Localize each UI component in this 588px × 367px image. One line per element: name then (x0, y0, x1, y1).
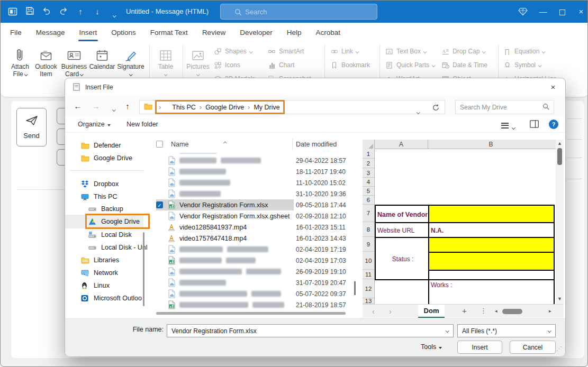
view-mode-dropdown-icon[interactable] (512, 123, 515, 130)
sidebar-item-libraries[interactable]: Libraries (81, 254, 119, 267)
tab-format-text[interactable]: Format Text (150, 29, 188, 36)
next-sheet-icon[interactable]: › (389, 307, 392, 316)
row-header-10[interactable]: 10 (363, 252, 374, 270)
back-icon[interactable]: ← (73, 102, 83, 111)
send-button[interactable]: Send (16, 108, 47, 146)
forward-icon[interactable]: → (91, 102, 101, 111)
outlook-item[interactable]: OutlookItem (33, 44, 59, 93)
sidebar-item-defender[interactable]: Defender (81, 139, 121, 152)
help-icon[interactable]: ? (549, 120, 558, 129)
row-header-12[interactable]: 12 (363, 279, 374, 298)
row-header-6[interactable]: 6 (363, 196, 374, 205)
row-header-13[interactable]: 13 (363, 298, 374, 304)
row-header-2[interactable]: 2 (363, 159, 374, 168)
tab-options[interactable]: Options (111, 29, 136, 36)
file-date: 02-04-2019 17:03 (296, 257, 346, 264)
dialog-search-input[interactable] (460, 104, 542, 111)
tab-insert[interactable]: Insert (79, 29, 97, 36)
file-name-combo[interactable] (167, 324, 454, 337)
row-header-11[interactable]: 11 (363, 270, 374, 279)
new-folder-button[interactable]: New folder (126, 121, 158, 128)
sidebar-scrollbar[interactable] (143, 232, 144, 306)
row-header-8[interactable]: 8 (363, 222, 374, 237)
column-header-a[interactable]: A (375, 140, 428, 149)
sheet-menu-icon[interactable]: ⋮ (480, 307, 487, 315)
scroll-up-icon[interactable]: ▲ (557, 141, 562, 146)
sheet-tab[interactable]: Dom (418, 305, 445, 318)
row-checkbox[interactable]: ✓ (156, 201, 163, 208)
row-header-4[interactable]: 4 (363, 178, 374, 187)
view-mode-icon[interactable] (501, 121, 509, 130)
file-name-input[interactable] (171, 327, 441, 335)
horizontal-scrollbar[interactable] (156, 312, 346, 315)
move-up-icon[interactable]: ↑ (75, 6, 86, 17)
sidebar-item-linux[interactable]: Linux (81, 279, 110, 292)
scroll-left-icon[interactable]: ◂ (495, 308, 497, 314)
undo-icon[interactable] (41, 6, 52, 17)
sidebar-item-google-drive[interactable]: Google Drive (81, 152, 132, 164)
monitor-icon (81, 194, 89, 200)
scroll-right-icon[interactable]: ▸ (549, 308, 551, 314)
refresh-icon[interactable] (432, 104, 440, 114)
move-down-icon[interactable]: ↓ (92, 6, 103, 17)
file-type-combo[interactable]: All Files (*.*) (457, 324, 556, 337)
add-sheet-icon[interactable]: + (462, 306, 467, 315)
organize-button[interactable]: Organize (78, 121, 111, 128)
select-all-corner[interactable] (368, 144, 373, 149)
svg-text:A: A (388, 49, 391, 54)
sidebar-item-dropbox[interactable]: Dropbox (81, 178, 119, 190)
address-dropdown-icon[interactable] (417, 106, 420, 115)
sidebar-item-microsoft-outloo[interactable]: Microsoft Outloo (81, 292, 142, 305)
customize-toolbar-icon[interactable] (108, 8, 120, 19)
column-header-name[interactable]: Name (171, 141, 188, 148)
tab-acrobat[interactable]: Acrobat (315, 29, 340, 36)
tab-message[interactable]: Message (36, 29, 65, 36)
column-header-date-modified[interactable]: Date modified (296, 141, 337, 148)
select-all-checkbox[interactable] (156, 141, 163, 148)
up-icon[interactable]: ↑ (122, 102, 133, 111)
scroll-down-icon[interactable]: ▼ (557, 296, 562, 301)
row-header-5[interactable]: 5 (363, 187, 374, 196)
cell-a8: Website URL (375, 222, 428, 237)
tab-review[interactable]: Review (202, 29, 225, 36)
diamond-icon[interactable] (517, 7, 529, 18)
maximize-button[interactable] (556, 7, 568, 18)
bookmark-icon (331, 62, 338, 69)
titlebar: ↑ ↓ Untitled - Message (HTML) — × (1, 1, 588, 23)
vlc-icon (168, 235, 176, 242)
prev-sheet-icon[interactable]: ‹ (372, 307, 375, 316)
resize-grip[interactable]: ⋰ (556, 345, 562, 352)
attach-file[interactable]: AttachFile (8, 44, 32, 93)
sidebar-item-local-disk-unl[interactable]: Local Disk - Unl (88, 241, 148, 254)
search-input[interactable] (245, 8, 367, 16)
vertical-scrollbar[interactable] (354, 281, 356, 295)
sheet-scrollbar-thumb[interactable] (502, 309, 522, 314)
tab-file[interactable]: File (10, 29, 22, 36)
close-button[interactable]: × (575, 6, 587, 17)
tab-developer[interactable]: Developer (240, 29, 273, 36)
minimize-button[interactable]: — (537, 6, 549, 17)
row-header-7[interactable]: 7 (363, 205, 374, 222)
sidebar-item-local-disk[interactable]: Local Disk (88, 228, 132, 241)
chevron-down-icon[interactable] (548, 329, 551, 332)
redo-icon[interactable] (58, 6, 69, 17)
save-icon[interactable] (24, 6, 35, 17)
recent-locations-icon[interactable] (108, 103, 119, 112)
tab-help[interactable]: Help (287, 29, 302, 36)
row-header-3[interactable]: 3 (363, 168, 374, 178)
row-header-1[interactable]: 1 (363, 149, 374, 159)
cancel-button[interactable]: Cancel (510, 341, 556, 354)
field-line (567, 158, 582, 158)
preview-pane-icon[interactable] (530, 120, 539, 130)
sidebar-item-network[interactable]: Network (81, 267, 118, 279)
row-header-9[interactable]: 9 (363, 237, 374, 252)
tools-button[interactable]: Tools (421, 343, 442, 351)
column-header-b[interactable]: B (428, 140, 554, 149)
chevron-down-icon[interactable] (446, 329, 449, 332)
search-box[interactable] (220, 4, 377, 20)
dialog-search-box[interactable] (455, 100, 554, 114)
insert-button[interactable]: Insert (457, 341, 502, 354)
sidebar-item-this-pc[interactable]: This PC (81, 190, 117, 203)
dialog-close-button[interactable]: × (547, 82, 559, 93)
preview-scrollbar-thumb[interactable] (557, 148, 562, 165)
